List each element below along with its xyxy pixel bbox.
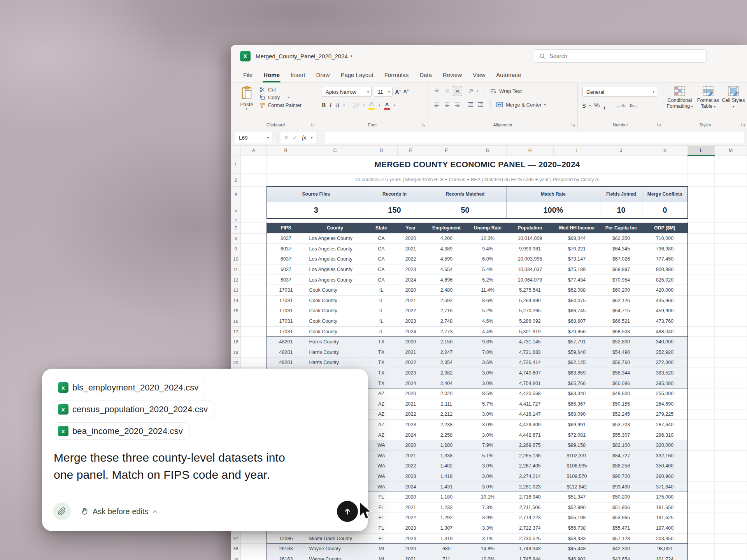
cell[interactable]: $73,147 — [554, 254, 600, 264]
cell[interactable]: CA — [365, 254, 398, 264]
cell[interactable]: $53,965 — [600, 513, 642, 523]
copy-button[interactable]: Copy ▾ — [260, 94, 302, 100]
cell[interactable] — [715, 357, 747, 368]
cell[interactable] — [688, 368, 715, 378]
cell[interactable]: $64,715 — [600, 306, 642, 316]
cell[interactable]: 101,724 — [642, 554, 688, 560]
cell[interactable] — [715, 254, 747, 264]
cell[interactable]: Harris County — [305, 347, 365, 358]
row-header-17[interactable]: 17 — [231, 326, 241, 337]
cell[interactable]: 11.4% — [469, 285, 507, 296]
cell[interactable]: $66,521 — [600, 316, 642, 327]
cell[interactable] — [715, 513, 747, 523]
cell[interactable]: 736,980 — [642, 244, 688, 254]
cell[interactable]: 4,731,145 — [507, 337, 554, 347]
cell[interactable]: 4,599 — [424, 254, 469, 264]
cell[interactable]: 3.0% — [469, 368, 507, 378]
row-header-5[interactable]: 5 — [231, 202, 241, 219]
cell[interactable]: 17031 — [267, 285, 305, 296]
cell[interactable]: 360,960 — [642, 471, 688, 482]
cell[interactable]: 435,960 — [642, 296, 688, 306]
cell[interactable]: 711 — [424, 554, 469, 560]
cell[interactable]: 14.8% — [469, 544, 507, 554]
cell[interactable]: $68,090 — [554, 409, 600, 420]
cell[interactable]: 2,404 — [424, 378, 469, 388]
orientation-button[interactable] — [467, 86, 475, 96]
cell[interactable]: $57,791 — [554, 337, 600, 347]
cell[interactable] — [241, 264, 267, 275]
summary-header-cell[interactable]: Fields Joined — [600, 186, 642, 202]
search-input[interactable]: Search — [534, 49, 707, 63]
font-size-select[interactable]: 11▾ — [374, 87, 393, 97]
cell[interactable]: $64,345 — [600, 244, 642, 254]
cell[interactable]: 2022 — [398, 513, 424, 523]
row-header-1[interactable]: 1 — [231, 156, 241, 173]
cell[interactable]: 3.0% — [469, 430, 507, 440]
cell[interactable]: $48,600 — [600, 388, 642, 399]
cell[interactable] — [715, 378, 747, 388]
cell[interactable]: WA — [365, 471, 398, 482]
cell[interactable]: 6.0% — [469, 254, 507, 264]
merge-center-chevron-icon[interactable]: ▾ — [544, 103, 546, 107]
cell[interactable]: 2,269,675 — [507, 440, 554, 451]
cell[interactable]: 9,993,981 — [507, 244, 554, 254]
cell[interactable] — [241, 533, 267, 544]
cell[interactable]: 1,745,844 — [507, 554, 554, 560]
cell[interactable]: $68,044 — [554, 233, 600, 244]
cell[interactable]: 2,020 — [424, 388, 469, 399]
workbook-title[interactable]: Merged_County_Panel_2020_2024 — [256, 53, 348, 60]
cell[interactable]: 5.1% — [469, 450, 507, 461]
row-header-16[interactable]: 16 — [231, 316, 241, 327]
enter-button[interactable]: ✓ — [293, 135, 297, 141]
cell[interactable] — [688, 357, 715, 368]
cell[interactable] — [688, 502, 715, 513]
row-header-6[interactable]: 6 — [231, 219, 241, 222]
sheet-subtitle[interactable]: 10 counties × 5 years | Merged from BLS … — [267, 173, 688, 186]
cell[interactable]: $84,727 — [600, 450, 642, 461]
cell[interactable]: 4,696 — [424, 275, 469, 285]
cell[interactable]: Cook County — [305, 296, 365, 306]
summary-header-cell[interactable]: Match Rate — [507, 186, 600, 202]
cell[interactable]: 2,716,940 — [507, 492, 554, 502]
row-header-9[interactable]: 9 — [231, 244, 241, 254]
cell[interactable]: $70,221 — [554, 244, 600, 254]
cell[interactable]: CA — [365, 244, 398, 254]
cell[interactable]: 4,726,414 — [507, 357, 554, 368]
cell[interactable]: 383,520 — [642, 368, 688, 378]
cell[interactable]: 710,000 — [642, 233, 688, 244]
cell[interactable] — [241, 306, 267, 316]
cell[interactable]: $56,738 — [554, 523, 600, 534]
cell[interactable]: 2,150 — [424, 337, 469, 347]
cell[interactable]: $54,490 — [600, 347, 642, 358]
cell[interactable]: 2023 — [398, 316, 424, 327]
summary-header-cell[interactable]: Records In — [365, 186, 424, 202]
cell[interactable]: 332,160 — [642, 450, 688, 461]
cell[interactable]: 2020 — [398, 492, 424, 502]
cell[interactable]: $56,760 — [600, 357, 642, 368]
cell[interactable]: Los Angeles County — [305, 275, 365, 285]
cell[interactable] — [688, 492, 715, 502]
cell[interactable] — [715, 275, 747, 285]
cell[interactable]: 8.5% — [469, 388, 507, 399]
cell[interactable]: $106,595 — [554, 461, 600, 471]
cell[interactable]: 2022 — [398, 254, 424, 264]
summary-value-cell[interactable]: 10 — [600, 202, 642, 219]
fx-chevron-icon[interactable]: ▾ — [311, 136, 312, 140]
cell[interactable] — [688, 481, 715, 492]
cell[interactable]: 800,880 — [642, 264, 688, 275]
cell[interactable] — [241, 173, 267, 186]
cell[interactable]: 4,411,727 — [507, 399, 554, 410]
ask-before-edits-toggle[interactable]: Ask before edits — [81, 507, 158, 516]
cell[interactable]: 3.0% — [469, 461, 507, 471]
cell[interactable]: $42,300 — [600, 544, 642, 554]
cell[interactable]: 5,301,919 — [507, 326, 554, 337]
cell[interactable] — [688, 399, 715, 410]
cell[interactable]: 48201 — [267, 357, 305, 368]
cell[interactable]: 4,200 — [424, 233, 469, 244]
cell[interactable]: $62,125 — [554, 357, 600, 368]
cell[interactable]: 1,749,343 — [507, 544, 554, 554]
cell[interactable]: 175,000 — [642, 492, 688, 502]
column-header-I[interactable]: I — [554, 146, 600, 156]
tab-file[interactable]: File — [238, 67, 258, 82]
cell[interactable] — [715, 202, 747, 219]
